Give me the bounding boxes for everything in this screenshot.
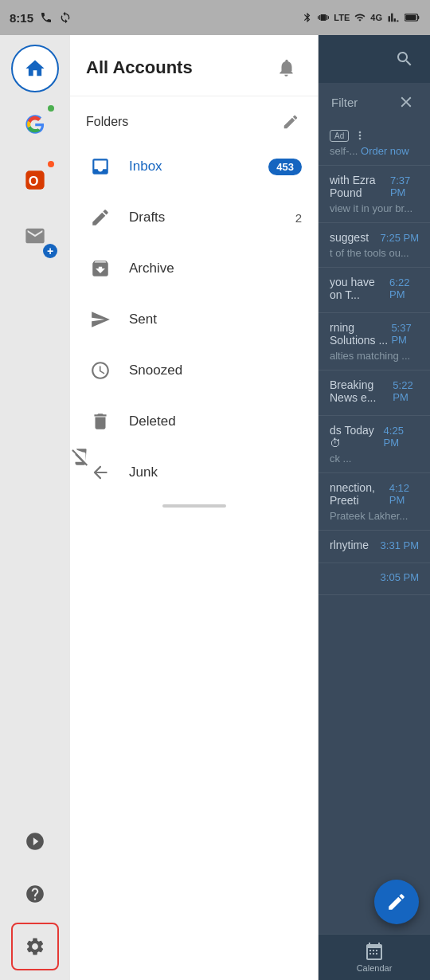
email-link: Order now — [361, 145, 409, 157]
drafts-label: Drafts — [129, 210, 295, 225]
email-item[interactable]: rning Solutions ... 5:37 PM alties match… — [319, 313, 430, 370]
email-item[interactable]: 3:05 PM — [319, 563, 430, 595]
email-item-top: suggest 7:25 PM — [330, 231, 419, 244]
home-icon — [24, 57, 46, 80]
email-item[interactable]: nnection, Preeti 4:12 PM Prateek Lakher.… — [319, 473, 430, 531]
status-bar: 8:15 LTE 4G — [0, 0, 430, 35]
compose-fab-button[interactable] — [374, 880, 419, 924]
calendar-icon — [365, 942, 384, 961]
bluetooth-icon — [302, 12, 313, 23]
email-item-top: ds Today ⏱ 4:25 PM — [330, 424, 419, 449]
inbox-label: Inbox — [129, 159, 268, 174]
deleted-label: Deleted — [129, 414, 302, 429]
email-time: 4:25 PM — [384, 425, 419, 449]
folder-sent[interactable]: Sent — [70, 294, 318, 345]
filter-close-button[interactable] — [395, 91, 417, 113]
email-time: 4:12 PM — [389, 482, 419, 506]
mail-icon — [24, 225, 46, 247]
email-snippet: Prateek Lakher... — [330, 510, 419, 522]
inbox-svg-icon — [90, 156, 111, 177]
settings-button[interactable] — [11, 923, 59, 970]
email-item-top: rning Solutions ... 5:37 PM — [330, 321, 419, 347]
email-item[interactable]: Ad self-... Order now — [319, 121, 430, 166]
more-vert-icon[interactable] — [354, 129, 366, 142]
drawer-header: All Accounts — [70, 35, 318, 96]
email-snippet: ck ... — [330, 453, 419, 465]
folders-label: Folders — [86, 115, 128, 129]
play-button[interactable] — [11, 817, 59, 865]
lte-label: LTE — [334, 13, 350, 22]
drafts-svg-icon — [90, 207, 111, 228]
email-sender: rlnytime — [330, 539, 369, 551]
folder-archive[interactable]: Archive — [70, 243, 318, 294]
svg-text:O: O — [29, 174, 39, 188]
folders-section: Folders Inbox 453 — [70, 96, 318, 498]
rail-add-account-button[interactable]: + — [11, 212, 59, 260]
email-item[interactable]: rlnytime 3:31 PM — [319, 531, 430, 563]
time-display: 8:15 — [10, 11, 33, 25]
folder-inbox[interactable]: Inbox 453 — [70, 141, 318, 192]
scroll-indicator — [162, 504, 226, 508]
folder-drafts[interactable]: Drafts 2 — [70, 192, 318, 243]
email-item-top: rlnytime 3:31 PM — [330, 539, 419, 551]
inbox-count-badge: 453 — [268, 159, 302, 175]
rail-office-button[interactable]: O — [11, 156, 59, 204]
junk-label: Junk — [129, 465, 302, 480]
snoozed-icon — [86, 356, 115, 385]
email-item-top: Breaking News e... 5:22 PM — [330, 378, 419, 404]
rail-google-button[interactable] — [11, 100, 59, 148]
email-time: 3:05 PM — [381, 571, 419, 583]
notification-bell-button[interactable] — [272, 53, 302, 83]
email-item[interactable]: Breaking News e... 5:22 PM — [319, 370, 430, 416]
email-time: 7:25 PM — [381, 232, 419, 244]
help-button[interactable] — [11, 870, 59, 918]
email-time: 3:31 PM — [381, 539, 419, 551]
email-item-top: 3:05 PM — [330, 571, 419, 583]
rail-bottom — [0, 817, 70, 980]
folders-header: Folders — [70, 96, 318, 141]
email-item-top: with Ezra Pound 7:37 PM — [330, 174, 419, 199]
google-badge-dot — [46, 104, 56, 113]
email-snippet: t of the tools ou... — [330, 247, 419, 259]
play-icon — [25, 831, 45, 852]
folder-snoozed[interactable]: Snoozed — [70, 345, 318, 396]
email-item[interactable]: ds Today ⏱ 4:25 PM ck ... — [319, 416, 430, 473]
rail-home-button[interactable] — [11, 45, 59, 92]
search-button[interactable] — [392, 46, 417, 72]
drafts-count: 2 — [295, 211, 302, 225]
email-sender: you have on T... — [330, 276, 389, 301]
snoozed-label: Snoozed — [129, 363, 302, 378]
phone-icon — [40, 11, 53, 24]
archive-icon — [86, 254, 115, 283]
email-item[interactable]: with Ezra Pound 7:37 PM view it in your … — [319, 166, 430, 223]
signal-icon — [387, 12, 400, 23]
junk-svg-icon — [90, 462, 111, 483]
email-header — [319, 35, 430, 83]
email-snippet: view it in your br... — [330, 202, 419, 214]
bell-icon — [276, 57, 297, 78]
deleted-svg-icon — [90, 411, 111, 432]
email-snippet: alties matching ... — [330, 350, 419, 362]
archive-svg-icon — [90, 258, 111, 279]
calendar-button[interactable]: Calendar — [357, 942, 393, 973]
email-item[interactable]: you have on T... 6:22 PM — [319, 268, 430, 313]
folder-junk[interactable]: Junk — [70, 447, 318, 498]
junk-overlay-icon — [70, 447, 91, 468]
email-item[interactable]: suggest 7:25 PM t of the tools ou... — [319, 223, 430, 268]
email-time: 7:37 PM — [390, 174, 419, 198]
email-bottom-bar: Calendar — [319, 934, 430, 980]
email-area: Filter Ad self-... O — [319, 35, 430, 980]
filter-button[interactable]: Filter — [331, 96, 358, 109]
help-icon — [25, 884, 45, 904]
email-time: 5:22 PM — [393, 379, 419, 403]
snoozed-svg-icon — [90, 360, 111, 381]
email-sender: rning Solutions ... — [330, 321, 391, 347]
folders-edit-button[interactable] — [280, 111, 302, 133]
email-ad-row: Ad — [330, 129, 366, 142]
google-icon — [24, 113, 46, 135]
folder-deleted[interactable]: Deleted — [70, 396, 318, 447]
email-time: 6:22 PM — [389, 276, 419, 300]
add-plus-badge: + — [43, 244, 57, 258]
close-icon — [397, 93, 415, 111]
email-list: Ad self-... Order now with Ezra Pound 7:… — [319, 121, 430, 934]
